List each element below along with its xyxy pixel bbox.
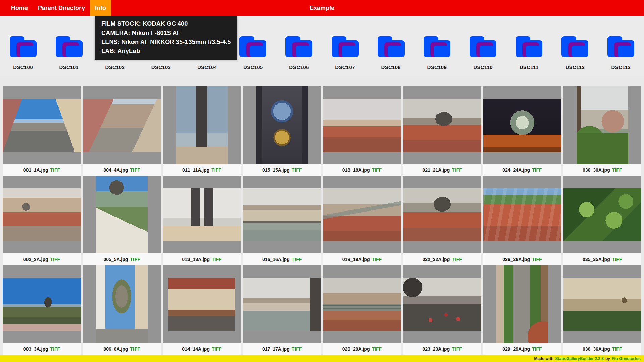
- photo-image: [577, 86, 628, 164]
- format-tag[interactable]: TIFF: [612, 167, 622, 173]
- photo-filename: 021_21A.jpg: [422, 167, 450, 173]
- nav-item-home[interactable]: Home: [6, 0, 33, 16]
- folder-icon: [10, 36, 37, 57]
- format-tag[interactable]: TIFF: [372, 346, 382, 352]
- photo-cell-022_22A[interactable]: 022_22A.jpgTIFF: [403, 176, 481, 265]
- photo-caption: 029_29A.jpgTIFF: [483, 343, 561, 355]
- format-tag[interactable]: TIFF: [292, 167, 302, 173]
- photo-cell-020_20A[interactable]: 020_20A.jpgTIFF: [323, 265, 401, 355]
- format-tag[interactable]: TIFF: [50, 167, 60, 173]
- photo-filename: 019_19A.jpg: [342, 257, 370, 262]
- format-tag[interactable]: TIFF: [130, 167, 140, 173]
- photo-thumbnail: [403, 265, 481, 343]
- photo-filename: 020_20A.jpg: [342, 346, 370, 352]
- format-tag[interactable]: TIFF: [130, 257, 140, 262]
- photo-image: [96, 265, 148, 343]
- photo-thumbnail: [323, 176, 401, 253]
- format-tag[interactable]: TIFF: [612, 346, 622, 352]
- photo-cell-016_16A[interactable]: 016_16A.jpgTIFF: [243, 176, 321, 265]
- photo-cell-005_5A[interactable]: 005_5A.jpgTIFF: [83, 176, 161, 265]
- photo-image: [483, 188, 561, 241]
- photo-image: [323, 278, 401, 331]
- folder-icon: [607, 36, 634, 57]
- photo-cell-011_11A[interactable]: 011_11A.jpgTIFF: [163, 86, 241, 176]
- folder-label: DSC113: [611, 64, 631, 70]
- photo-filename: 022_22A.jpg: [422, 257, 450, 262]
- photo-cell-015_15A[interactable]: 015_15A.jpgTIFF: [243, 86, 321, 176]
- photo-image: [243, 188, 321, 241]
- folder-item-dsc110[interactable]: DSC110: [460, 36, 506, 76]
- format-tag[interactable]: TIFF: [212, 257, 222, 262]
- photo-cell-030_30A[interactable]: 030_30A.jpgTIFF: [563, 86, 641, 176]
- footer-author-link[interactable]: Flo Greistorfer.: [612, 356, 641, 361]
- format-tag[interactable]: TIFF: [372, 257, 382, 262]
- format-tag[interactable]: TIFF: [50, 346, 60, 352]
- folder-icon: [378, 36, 405, 57]
- nav-item-info[interactable]: Info: [90, 0, 111, 16]
- photo-cell-023_23A[interactable]: 023_23A.jpgTIFF: [403, 265, 481, 355]
- format-tag[interactable]: TIFF: [50, 257, 60, 262]
- footer-by: by: [605, 356, 610, 361]
- photo-cell-021_21A[interactable]: 021_21A.jpgTIFF: [403, 86, 481, 176]
- format-tag[interactable]: TIFF: [532, 346, 542, 352]
- folder-item-dsc113[interactable]: DSC113: [598, 36, 644, 76]
- format-tag[interactable]: TIFF: [532, 257, 542, 262]
- photo-cell-017_17A[interactable]: 017_17A.jpgTIFF: [243, 265, 321, 355]
- format-tag[interactable]: TIFF: [532, 167, 542, 173]
- photo-image: [96, 176, 148, 253]
- photo-row: 001_1A.jpgTIFF004_4A.jpgTIFF011_11A.jpgT…: [0, 86, 644, 176]
- folder-item-dsc107[interactable]: DSC107: [322, 36, 368, 76]
- photo-image: [256, 86, 308, 164]
- photo-cell-026_26A[interactable]: 026_26A.jpgTIFF: [483, 176, 561, 265]
- folder-label: DSC105: [243, 64, 263, 70]
- format-tag[interactable]: TIFF: [212, 346, 222, 352]
- folder-label: DSC102: [105, 64, 125, 70]
- photo-image: [403, 278, 481, 331]
- folder-label: DSC104: [197, 64, 217, 70]
- photo-caption: 004_4A.jpgTIFF: [83, 164, 161, 176]
- photo-thumbnail: [163, 86, 241, 164]
- photo-cell-019_19A[interactable]: 019_19A.jpgTIFF: [323, 176, 401, 265]
- folder-label: DSC112: [565, 64, 585, 70]
- photo-cell-035_35A[interactable]: 035_35A.jpgTIFF: [563, 176, 641, 265]
- folder-item-dsc100[interactable]: DSC100: [0, 36, 46, 76]
- photo-cell-004_4A[interactable]: 004_4A.jpgTIFF: [83, 86, 161, 176]
- format-tag[interactable]: TIFF: [372, 167, 382, 173]
- folder-item-dsc112[interactable]: DSC112: [552, 36, 598, 76]
- photo-caption: 019_19A.jpgTIFF: [323, 253, 401, 265]
- folder-item-dsc109[interactable]: DSC109: [414, 36, 460, 76]
- photo-cell-029_29A[interactable]: 029_29A.jpgTIFF: [483, 265, 561, 355]
- photo-cell-018_18A[interactable]: 018_18A.jpgTIFF: [323, 86, 401, 176]
- photo-cell-024_24A[interactable]: 024_24A.jpgTIFF: [483, 86, 561, 176]
- photo-cell-014_14A[interactable]: 014_14A.jpgTIFF: [163, 265, 241, 355]
- format-tag[interactable]: TIFF: [612, 257, 622, 262]
- folder-item-dsc108[interactable]: DSC108: [368, 36, 414, 76]
- info-tooltip-line: CAMERA: Nikon F-801S AF: [101, 28, 231, 38]
- photo-image: [243, 278, 321, 331]
- photo-cell-006_6A[interactable]: 006_6A.jpgTIFF: [83, 265, 161, 355]
- photo-filename: 013_13A.jpg: [182, 257, 210, 262]
- folder-item-dsc111[interactable]: DSC111: [506, 36, 552, 76]
- photo-cell-002_2A[interactable]: 002_2A.jpgTIFF: [3, 176, 81, 265]
- footer-builder-link[interactable]: StaticGalleryBuilder 2.2.3: [555, 356, 604, 361]
- photo-caption: 018_18A.jpgTIFF: [323, 164, 401, 176]
- format-tag[interactable]: TIFF: [452, 346, 462, 352]
- nav-item-parent-directory[interactable]: Parent Directory: [33, 0, 90, 16]
- format-tag[interactable]: TIFF: [211, 167, 221, 173]
- photo-cell-036_36A[interactable]: 036_36A.jpgTIFF: [563, 265, 641, 355]
- format-tag[interactable]: TIFF: [130, 346, 140, 352]
- folder-item-dsc101[interactable]: DSC101: [46, 36, 92, 76]
- photo-caption: 026_26A.jpgTIFF: [483, 253, 561, 265]
- photo-cell-001_1A[interactable]: 001_1A.jpgTIFF: [3, 86, 81, 176]
- format-tag[interactable]: TIFF: [292, 257, 302, 262]
- photo-cell-003_3A[interactable]: 003_3A.jpgTIFF: [3, 265, 81, 355]
- format-tag[interactable]: TIFF: [452, 167, 462, 173]
- folder-item-dsc106[interactable]: DSC106: [276, 36, 322, 76]
- photo-filename: 011_11A.jpg: [182, 167, 209, 173]
- photo-cell-013_13A[interactable]: 013_13A.jpgTIFF: [163, 176, 241, 265]
- photo-filename: 015_15A.jpg: [262, 167, 290, 173]
- photo-filename: 030_30A.jpg: [583, 167, 610, 173]
- photo-thumbnail: [3, 176, 81, 253]
- format-tag[interactable]: TIFF: [452, 257, 462, 262]
- format-tag[interactable]: TIFF: [292, 346, 302, 352]
